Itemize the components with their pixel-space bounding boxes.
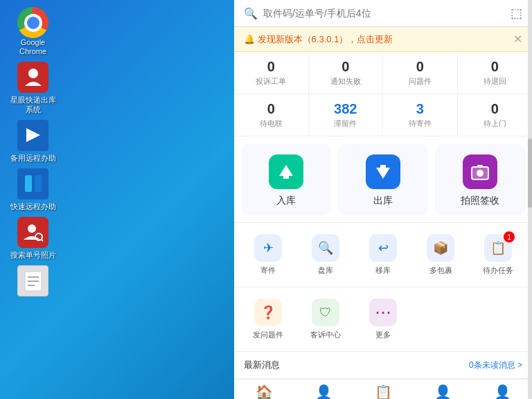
ruku-label: 入库 [276,195,296,207]
stat-daishangmen[interactable]: 0 待上门 [458,94,533,136]
stat-daituihui-value: 0 [491,59,499,75]
stat-zhiliu-label: 滞留件 [334,118,357,129]
tertiary-actions: ❓ 发问题件 🛡 客诉中心 ⋯ 更多 [234,287,532,352]
stat-tousu[interactable]: 0 投诉工单 [234,52,309,94]
user2-icon: 👤 [434,384,452,399]
notification-text: 🔔 发现新版本（6.3.0.1），点击更新 [244,33,393,46]
chrome-icon [17,7,48,38]
desktop-icon-doc[interactable]: doc [7,265,59,308]
svg-rect-17 [283,176,289,179]
desktop-icon-chrome[interactable]: Google Chrome [7,7,59,56]
nav-home[interactable]: 🏠 [234,384,294,399]
user3-icon: 👤 [494,384,511,399]
daiban-badge: 1 [504,231,515,242]
svg-point-5 [28,69,38,78]
scan-icon[interactable]: ⬚ [511,6,522,21]
yiku-label: 移库 [375,265,391,276]
search-icon: 🔍 [244,7,258,20]
paizhao-label: 拍照签收 [461,195,499,207]
svg-point-9 [28,224,36,233]
kesu-icon: 🛡 [312,299,339,326]
chuku-icon [366,154,400,189]
action-daiban[interactable]: 📋 1 待办任务 [471,229,525,281]
action-chuku[interactable]: 出库 [338,143,428,215]
action-jianjian[interactable]: ✈ 寄件 [241,229,295,281]
action-ruku[interactable]: 入库 [241,143,331,215]
scrollbar-thumb[interactable] [528,139,532,208]
kuaisu-icon [17,168,48,200]
action-paizhao[interactable]: 拍照签收 [435,143,525,215]
stat-wentijian-label: 问题件 [409,76,432,87]
user1-icon: 👤 [315,384,332,399]
stat-wentijian[interactable]: 0 问题件 [383,52,458,94]
gengduo-label: 更多 [375,330,391,340]
stats-grid: 0 投诉工单 0 通知失败 0 问题件 0 待退回 [234,52,532,94]
stat-daishangmen-label: 待上门 [484,118,506,129]
stat-tongzhi-label: 通知失败 [330,76,361,87]
svg-marker-18 [376,168,390,179]
wentijian-icon: ❓ [254,299,282,326]
stat-daishangmen-value: 0 [491,101,499,117]
ruku-icon [269,154,303,189]
desktop-icons: Google Chrome 星眼快递出库系统 备用远程办助 快速远程办助 [7,7,59,309]
svg-marker-6 [26,128,40,142]
action-gengduo[interactable]: ⋯ 更多 [356,293,410,346]
svg-marker-16 [279,165,293,176]
stat-tousu-value: 0 [267,59,275,75]
yiku-icon: ↩ [369,234,397,262]
stat-daidian[interactable]: 0 待电联 [234,94,309,136]
action-panku[interactable]: 🔍 盘库 [299,229,353,281]
paizhao-icon [463,154,497,189]
daiban-label: 待办任务 [483,265,513,276]
main-actions: 入库 出库 拍照签收 [234,136,532,223]
svg-line-11 [42,240,43,241]
action-yiku[interactable]: ↩ 移库 [356,229,410,281]
desktop-icon-xingying[interactable]: 星眼快递出库系统 [7,62,59,114]
wentijian-label: 发问题件 [253,330,283,340]
desktop: Google Chrome 星眼快递出库系统 备用远程办助 快速远程办助 [0,0,532,399]
kuaisu-label: 快速远程办助 [10,202,56,211]
news-link[interactable]: 0条未读消息 > [469,360,522,371]
stats-grid-row2: 0 待电联 382 滞留件 3 待寄件 0 待上门 [234,94,532,136]
nav-scan[interactable]: 📋 [353,384,413,399]
xingying-label: 星眼快递出库系统 [7,96,59,114]
backup-icon [17,120,48,151]
duobaoyi-icon: 📦 [427,234,454,262]
nav-user3[interactable]: 👤 [472,384,532,399]
stat-wentijian-value: 0 [416,59,424,75]
notification-banner[interactable]: 🔔 发现新版本（6.3.0.1），点击更新 ✕ [234,27,532,52]
panku-icon: 🔍 [312,234,339,262]
app-panel: 🔍 ⬚ 🔔 发现新版本（6.3.0.1），点击更新 ✕ 0 投诉工单 0 通知失… [234,0,532,399]
action-kesu[interactable]: 🛡 客诉中心 [299,293,353,346]
scan-nav-icon: 📋 [375,384,392,399]
backup-label: 备用远程办助 [10,154,56,163]
search-photo-label: 搜索单号照片 [10,251,56,260]
action-duobaoyi[interactable]: 📦 多包裹 [414,229,468,281]
stat-daiji-value: 3 [416,101,424,117]
scrollbar-track [528,0,532,399]
search-input[interactable] [263,8,505,19]
nav-user2[interactable]: 👤 [413,384,472,399]
notification-close[interactable]: ✕ [513,33,522,46]
desktop-icon-kuaisu[interactable]: 快速远程办助 [7,168,59,211]
nav-user1[interactable]: 👤 [294,384,353,399]
duobaoyi-label: 多包裹 [429,265,452,276]
gengduo-icon: ⋯ [369,299,397,326]
stat-daiji[interactable]: 3 待寄件 [383,94,458,136]
stat-tongzhi[interactable]: 0 通知失败 [309,52,384,94]
desktop-icon-backup[interactable]: 备用远程办助 [7,120,59,163]
action-wentijian[interactable]: ❓ 发问题件 [241,293,295,346]
desktop-icon-search[interactable]: 搜索单号照片 [7,217,59,260]
chuku-label: 出库 [373,195,393,207]
stat-daituihui-label: 待退回 [484,76,506,87]
stat-zhiliu-value: 382 [334,101,357,117]
stat-zhiliu[interactable]: 382 滞留件 [309,94,384,136]
stat-daituihui[interactable]: 0 待退回 [458,52,533,94]
panku-label: 盘库 [318,265,333,276]
search-person-icon [17,217,48,248]
svg-rect-7 [25,175,32,192]
search-bar: 🔍 ⬚ [234,0,532,27]
stat-daidian-value: 0 [267,101,275,117]
xingying-icon [17,62,48,93]
news-title: 最新消息 [244,359,280,371]
